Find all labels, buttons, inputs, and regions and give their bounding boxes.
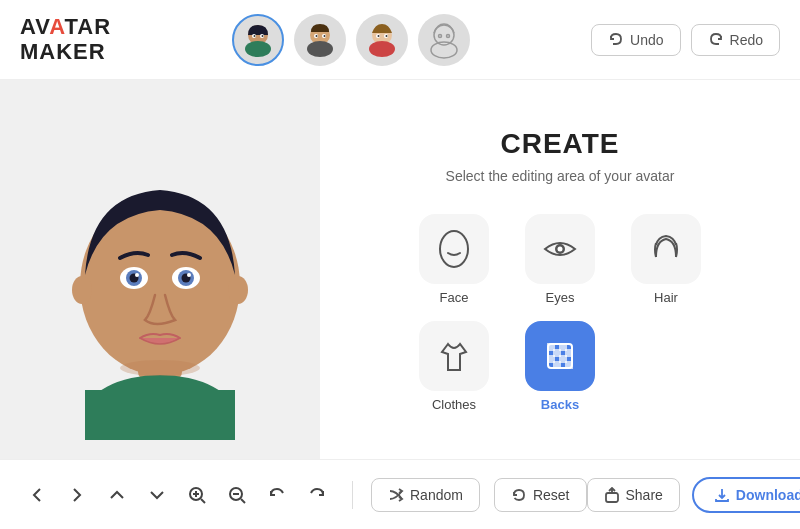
random-label: Random xyxy=(410,487,463,503)
arrow-down-icon xyxy=(147,485,167,505)
face-label: Face xyxy=(440,290,469,305)
zoom-out-icon xyxy=(227,485,247,505)
rotate-right-icon xyxy=(307,485,327,505)
nav-arrows xyxy=(20,478,334,512)
svg-point-27 xyxy=(228,276,248,304)
bottom-bar: Random Reset Share Download xyxy=(0,459,800,529)
option-clothes[interactable]: Clothes xyxy=(409,321,499,412)
svg-point-10 xyxy=(316,35,318,37)
redo-button[interactable]: Redo xyxy=(691,24,780,56)
logo: AVATAR MAKER xyxy=(20,15,111,63)
clothes-label: Clothes xyxy=(432,397,476,412)
main-content: CREATE Select the editing area of your a… xyxy=(0,80,800,459)
svg-point-4 xyxy=(254,35,256,37)
backs-icon-wrap[interactable] xyxy=(525,321,595,391)
undo-icon xyxy=(608,32,624,48)
left-panel xyxy=(0,80,320,459)
svg-point-39 xyxy=(558,246,563,251)
zoom-in-icon xyxy=(187,485,207,505)
undo-label: Undo xyxy=(630,32,663,48)
create-title: CREATE xyxy=(500,128,619,160)
svg-point-35 xyxy=(187,273,191,277)
avatar-thumb-2[interactable] xyxy=(294,14,346,66)
svg-point-26 xyxy=(72,276,92,304)
arrow-left-button[interactable] xyxy=(20,478,54,512)
arrow-left-icon xyxy=(27,485,47,505)
arrow-up-icon xyxy=(107,485,127,505)
svg-point-5 xyxy=(262,35,264,37)
redo-label: Redo xyxy=(730,32,763,48)
share-label: Share xyxy=(626,487,663,503)
avatar-display xyxy=(20,120,300,420)
rotate-right-button[interactable] xyxy=(300,478,334,512)
download-button[interactable]: Download xyxy=(692,477,800,513)
svg-rect-56 xyxy=(606,493,618,502)
face-icon-wrap[interactable] xyxy=(419,214,489,284)
zoom-out-button[interactable] xyxy=(220,478,254,512)
header-actions: Undo Redo xyxy=(591,24,780,56)
avatar-thumb-4[interactable] xyxy=(418,14,470,66)
svg-point-11 xyxy=(324,35,326,37)
svg-point-1 xyxy=(245,41,271,57)
reset-icon xyxy=(511,487,527,503)
svg-point-36 xyxy=(120,360,200,376)
backs-icon xyxy=(540,336,580,376)
eyes-icon-wrap[interactable] xyxy=(525,214,595,284)
redo-icon xyxy=(708,32,724,48)
svg-point-17 xyxy=(386,35,388,37)
avatar-thumb-1[interactable] xyxy=(232,14,284,66)
zoom-in-button[interactable] xyxy=(180,478,214,512)
reset-label: Reset xyxy=(533,487,570,503)
hair-icon xyxy=(646,229,686,269)
share-icon xyxy=(604,487,620,503)
rotate-left-button[interactable] xyxy=(260,478,294,512)
clothes-icon xyxy=(434,336,474,376)
svg-point-34 xyxy=(135,273,139,277)
logo-accent: A xyxy=(49,14,64,39)
right-panel: CREATE Select the editing area of your a… xyxy=(320,80,800,459)
arrow-down-button[interactable] xyxy=(140,478,174,512)
arrow-up-button[interactable] xyxy=(100,478,134,512)
hair-icon-wrap[interactable] xyxy=(631,214,701,284)
eyes-icon xyxy=(540,229,580,269)
bottom-right: Share Download xyxy=(587,477,801,513)
option-hair[interactable]: Hair xyxy=(621,214,711,305)
bottom-left: Random Reset xyxy=(20,478,587,512)
avatar-previews xyxy=(232,14,470,66)
svg-line-55 xyxy=(241,499,245,503)
undo-button[interactable]: Undo xyxy=(591,24,680,56)
download-label: Download xyxy=(736,487,800,503)
logo-text-line2: MAKER xyxy=(20,40,111,64)
svg-line-52 xyxy=(201,499,205,503)
reset-button[interactable]: Reset xyxy=(494,478,587,512)
clothes-icon-wrap[interactable] xyxy=(419,321,489,391)
header: AVATAR MAKER xyxy=(0,0,800,80)
svg-point-16 xyxy=(378,35,380,37)
option-backs[interactable]: Backs xyxy=(515,321,605,412)
arrow-right-button[interactable] xyxy=(60,478,94,512)
svg-rect-48 xyxy=(566,362,572,368)
svg-rect-47 xyxy=(554,362,560,368)
backs-label: Backs xyxy=(541,397,579,412)
options-grid: Face Eyes xyxy=(409,214,711,412)
svg-point-37 xyxy=(440,231,468,267)
download-icon xyxy=(714,487,730,503)
option-face[interactable]: Face xyxy=(409,214,499,305)
face-icon xyxy=(434,229,474,269)
option-eyes[interactable]: Eyes xyxy=(515,214,605,305)
rotate-left-icon xyxy=(267,485,287,505)
svg-point-20 xyxy=(439,34,442,37)
svg-rect-24 xyxy=(85,390,235,440)
avatar-thumb-3[interactable] xyxy=(356,14,408,66)
hair-label: Hair xyxy=(654,290,678,305)
svg-point-7 xyxy=(307,41,333,57)
svg-point-13 xyxy=(369,41,395,57)
share-button[interactable]: Share xyxy=(587,478,680,512)
random-icon xyxy=(388,487,404,503)
divider-1 xyxy=(352,481,353,509)
svg-point-21 xyxy=(447,34,450,37)
eyes-label: Eyes xyxy=(546,290,575,305)
logo-text-line1: AVATAR xyxy=(20,15,111,39)
random-button[interactable]: Random xyxy=(371,478,480,512)
create-subtitle: Select the editing area of your avatar xyxy=(446,168,675,184)
